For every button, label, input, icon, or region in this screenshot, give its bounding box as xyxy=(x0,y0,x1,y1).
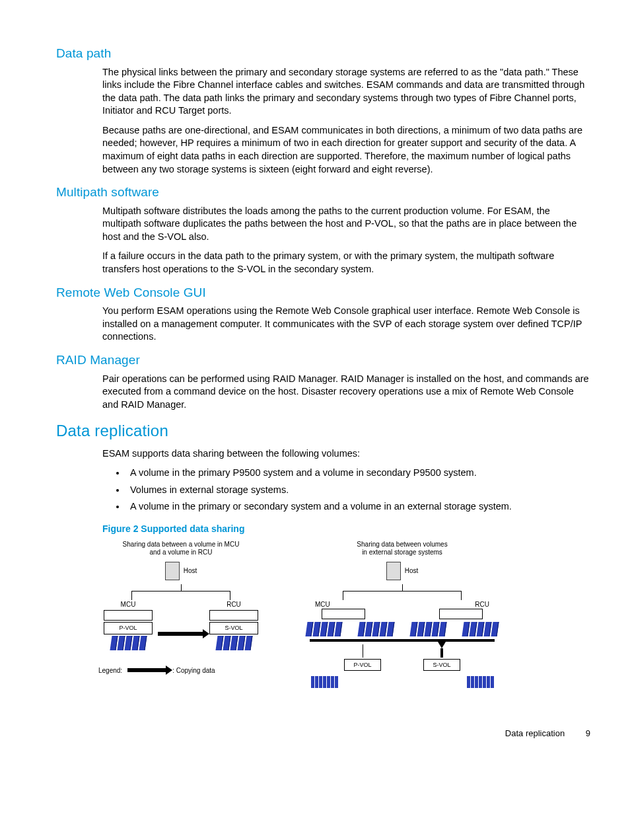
heading-raid-manager: RAID Manager xyxy=(56,352,590,369)
heading-multipath: Multipath software xyxy=(56,184,590,201)
svol-box: S-VOL xyxy=(423,659,460,671)
legend: Legend: : Copying data xyxy=(98,666,263,675)
raid-box-icon xyxy=(439,609,483,619)
legend-label: Legend: xyxy=(98,666,122,675)
thick-path-icon xyxy=(310,639,495,642)
list-item: Volumes in external storage systems. xyxy=(126,484,590,497)
heading-data-path: Data path xyxy=(56,45,590,62)
raid-box-icon xyxy=(209,610,258,621)
host-icon xyxy=(165,562,180,580)
mcu-label: MCU xyxy=(315,600,330,609)
legend-arrow-icon xyxy=(127,668,167,672)
para: ESAM supports data sharing between the f… xyxy=(102,447,590,461)
diagram-title-line: and a volume in RCU xyxy=(149,549,212,556)
mcu-unit: MCU P-VOL xyxy=(104,600,153,650)
rcu-label: RCU xyxy=(209,600,258,609)
para: If a failure occurs in the data path to … xyxy=(102,250,590,276)
diagram-title-line: Sharing data between a volume in MCU xyxy=(123,541,240,548)
svol-box: S-VOL xyxy=(209,622,258,634)
rcu-label: RCU xyxy=(475,600,489,609)
raid-box-icon xyxy=(104,610,153,621)
host-label: Host xyxy=(405,566,419,576)
para: You perform ESAM operations using the Re… xyxy=(102,305,590,344)
disk-array-icon xyxy=(357,622,395,636)
heading-data-replication: Data replication xyxy=(56,420,590,441)
list-item: A volume in the primary or secondary sys… xyxy=(126,500,590,514)
disk-array-icon xyxy=(304,622,343,636)
diagram-title-line: in external storage systems xyxy=(362,549,442,556)
legend-text: : Copying data xyxy=(172,666,215,675)
disk-array-icon xyxy=(409,622,448,636)
pvol-box: P-VOL xyxy=(344,659,381,671)
external-storage-icon xyxy=(304,675,344,688)
para: The physical links between the primary a… xyxy=(102,66,590,118)
host-label: Host xyxy=(184,566,197,576)
list-item: A volume in the primary P9500 system and… xyxy=(126,467,590,480)
figure-caption: Figure 2 Supported data sharing xyxy=(102,523,590,535)
page-footer: Data replication 9 xyxy=(56,728,590,740)
diagram-right: Sharing data between volumes in external… xyxy=(303,541,501,689)
raid-box-icon xyxy=(322,609,365,619)
host-icon xyxy=(386,562,401,580)
para: Because paths are one-directional, and E… xyxy=(102,124,590,176)
disk-array-icon xyxy=(209,636,258,650)
copy-arrow-icon xyxy=(158,632,204,636)
footer-page-number: 9 xyxy=(586,728,590,740)
disk-array-icon xyxy=(462,622,500,636)
para: Pair operations can be performed using R… xyxy=(102,373,590,412)
diagram-title-line: Sharing data between volumes xyxy=(357,541,447,548)
footer-section: Data replication xyxy=(505,728,565,738)
rcu-unit: RCU S-VOL xyxy=(209,600,258,650)
para: Multipath software distributes the loads… xyxy=(102,205,590,244)
external-storage-icon xyxy=(460,675,500,688)
mcu-label: MCU xyxy=(104,600,153,609)
pvol-box: P-VOL xyxy=(104,622,153,634)
bullet-list: A volume in the primary P9500 system and… xyxy=(114,467,590,514)
heading-rwc: Remote Web Console GUI xyxy=(56,284,590,301)
diagram-left: Sharing data between a volume in MCU and… xyxy=(98,541,263,689)
disk-array-icon xyxy=(104,636,153,650)
figure-diagram: Sharing data between a volume in MCU and… xyxy=(98,541,590,689)
